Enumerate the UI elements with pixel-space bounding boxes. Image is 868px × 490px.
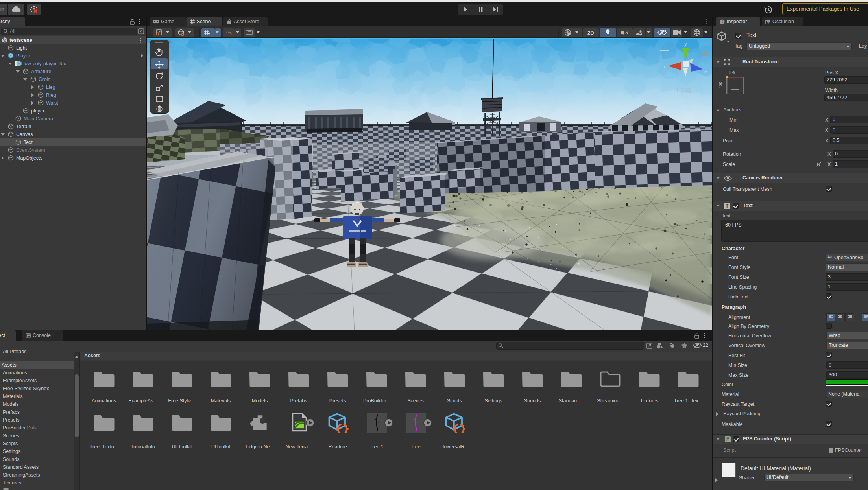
svg-text:y: y [684,41,687,47]
svg-text:Persp: Persp [677,87,691,93]
svg-text:z: z [704,69,707,75]
svg-text:Y: Y [208,32,210,36]
svg-text:x: x [663,64,666,70]
svg-text:#: # [726,437,729,442]
